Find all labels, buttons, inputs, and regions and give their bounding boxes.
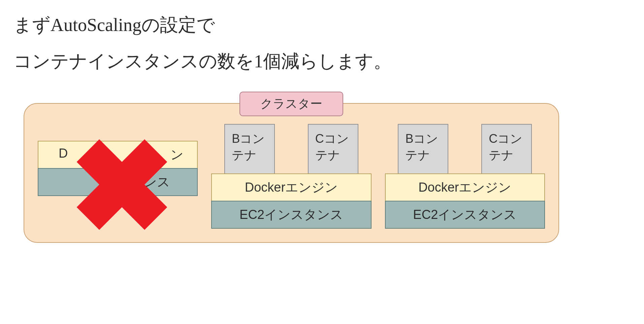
container-box: Cコンテナ <box>481 124 532 174</box>
ec2-instance-box: EC2インスタンス <box>211 201 371 229</box>
page: まずAutoScalingの設定で コンテナインスタンスの数を1個減らします。 … <box>0 0 644 250</box>
ec2-label-partial: ンス <box>144 175 170 189</box>
container-box: Bコンテナ <box>398 124 448 174</box>
docker-engine-box: Dockerエンジン <box>211 173 371 201</box>
cluster-box: D ン ンス Bコンテナ Cコンテナ Dockerエンジン EC2インスタンス <box>24 103 559 243</box>
docker-engine-box: Dockerエンジン <box>385 173 545 201</box>
diagram: クラスター D ン ンス <box>24 103 559 243</box>
headline: まずAutoScalingの設定で コンテナインスタンスの数を1個減らします。 <box>13 7 631 79</box>
container-box: Cコンテナ <box>308 124 358 174</box>
docker-engine-box: D ン <box>38 141 198 169</box>
headline-line-1: まずAutoScalingの設定で <box>13 7 631 43</box>
docker-label-partial: ン <box>170 146 184 163</box>
cluster-label: クラスター <box>239 92 343 116</box>
instance-3-containers: Bコンテナ Cコンテナ <box>385 124 545 174</box>
ec2-instance-box: ンス <box>38 168 198 196</box>
headline-line-2: コンテナインスタンスの数を1個減らします。 <box>13 43 631 79</box>
ec2-instance-box: EC2インスタンス <box>385 201 545 229</box>
instance-2: Bコンテナ Cコンテナ Dockerエンジン EC2インスタンス <box>211 124 371 229</box>
instance-3: Bコンテナ Cコンテナ Dockerエンジン EC2インスタンス <box>385 124 545 229</box>
docker-label-partial: D <box>59 146 68 163</box>
instance-1: D ン ンス <box>38 124 198 229</box>
container-box: Bコンテナ <box>224 124 275 174</box>
instance-1-containers <box>38 124 198 141</box>
instance-2-containers: Bコンテナ Cコンテナ <box>211 124 371 174</box>
